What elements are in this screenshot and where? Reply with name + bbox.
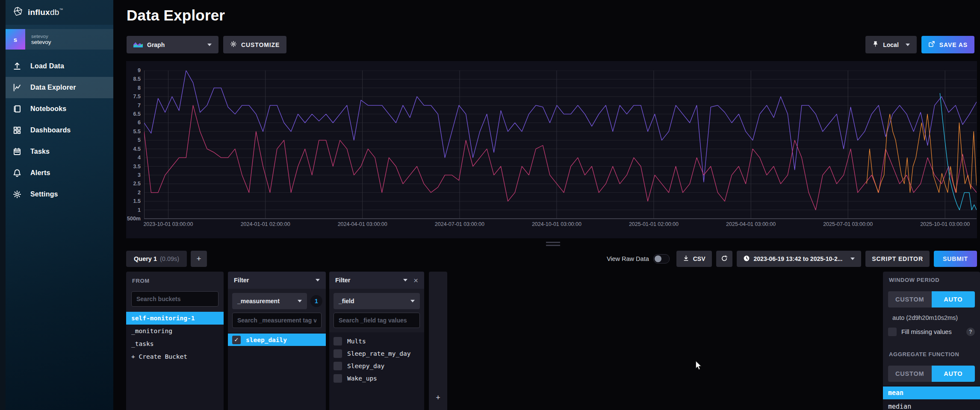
query-duration: (0.09s)	[160, 255, 179, 262]
bucket-list: self-monitoring-1 _monitoring _tasks + C…	[126, 312, 224, 410]
upload-icon	[13, 62, 21, 70]
window-auto-button[interactable]: AUTO	[932, 291, 975, 308]
panel-resize-handle[interactable]	[546, 242, 560, 246]
y-tick-label: 7	[138, 102, 141, 108]
checkbox-icon[interactable]	[334, 362, 342, 370]
help-icon[interactable]: ?	[966, 328, 975, 336]
add-query-button[interactable]: +	[191, 251, 207, 267]
from-panel: FROM self-monitoring-1 _monitoring _task…	[126, 272, 224, 410]
window-custom-button[interactable]: CUSTOM	[888, 291, 932, 308]
sidebar-item-alerts[interactable]: Alerts	[6, 162, 113, 184]
aggregate-function-title: AGGREGATE FUNCTION	[889, 351, 959, 357]
calendar-icon	[13, 147, 21, 156]
plot-area[interactable]	[144, 70, 977, 219]
sidebar-item-settings[interactable]: Settings	[6, 184, 113, 205]
bucket-item[interactable]: _tasks	[126, 337, 224, 350]
chevron-down-icon	[403, 279, 407, 281]
customize-button[interactable]: CUSTOMIZE	[223, 36, 286, 53]
sidebar-item-load-data[interactable]: Load Data	[6, 56, 113, 77]
x-tick-label: 2025-01-01 02:00:00	[629, 221, 679, 227]
measurement-item[interactable]: ✓ sleep_daily	[228, 334, 326, 346]
aggregate-function-item[interactable]: median	[883, 400, 980, 410]
y-tick-label: 6.5	[133, 111, 141, 117]
download-icon	[683, 255, 689, 263]
gear-icon	[230, 41, 237, 49]
view-raw-data-toggle[interactable]	[653, 254, 670, 264]
aggregate-custom-button[interactable]: CUSTOM	[888, 366, 932, 382]
logo[interactable]: influxdb™	[6, 0, 113, 25]
x-tick-label: 2024-10-01 03:00:00	[532, 221, 582, 227]
chevron-down-icon	[410, 300, 415, 302]
x-tick-label: 2025-04-01 03:00:00	[726, 221, 776, 227]
x-tick-label: 2024-04-01 03:00:00	[338, 221, 387, 227]
time-range-dropdown[interactable]: 2023-06-19 13:42 to 2025-10-2...	[737, 251, 862, 267]
field-item[interactable]: Sleep_rate_my_day	[329, 347, 424, 360]
y-tick-label: 2	[138, 190, 141, 196]
checkbox-icon[interactable]	[888, 328, 897, 336]
aggregate-auto-button[interactable]: AUTO	[932, 366, 975, 382]
y-tick-label: 1	[138, 207, 141, 213]
x-tick-label: 2024-01-01 02:00:00	[241, 221, 290, 227]
user-card[interactable]: s setevoy setevoy	[6, 29, 113, 50]
x-tick-label: 2025-10-01 03:00:00	[920, 221, 970, 227]
refresh-button[interactable]	[716, 251, 732, 267]
field-search[interactable]	[334, 313, 420, 328]
create-bucket-button[interactable]: + Create Bucket	[126, 350, 224, 363]
toggle-knob	[655, 255, 661, 262]
save-as-button[interactable]: SAVE AS	[921, 36, 974, 53]
user-name: setevoy	[31, 39, 51, 45]
avatar: s	[6, 29, 25, 50]
checkbox-checked-icon[interactable]: ✓	[232, 336, 241, 344]
sidebar-item-dashboards[interactable]: Dashboards	[6, 120, 113, 141]
tag-key-dropdown[interactable]: _field	[334, 293, 420, 309]
sidebar: influxdb™ s setevoy setevoy Load Data Da…	[0, 0, 113, 410]
graph-type-icon	[133, 41, 143, 49]
bucket-item[interactable]: _monitoring	[126, 325, 224, 337]
local-dropdown[interactable]: Local	[865, 36, 917, 53]
field-search-input[interactable]	[334, 317, 419, 324]
view-type-dropdown[interactable]: Graph	[127, 36, 218, 53]
checkbox-icon[interactable]	[334, 337, 342, 346]
window-period-value: auto (2d9h20m10s2ms)	[892, 314, 958, 321]
chevron-down-icon	[906, 44, 910, 46]
submit-button[interactable]: SUBMIT	[934, 251, 977, 267]
field-item[interactable]: Mults	[329, 335, 424, 347]
query-tab[interactable]: Query 1 (0.09s)	[126, 251, 187, 267]
chevron-down-icon	[316, 279, 320, 281]
x-tick-label: 2025-07-01 03:00:00	[823, 221, 873, 227]
bucket-search-input[interactable]	[132, 296, 218, 302]
add-filter-button[interactable]: +	[429, 393, 447, 402]
field-item[interactable]: Sleepy_day	[329, 360, 424, 372]
bucket-search[interactable]	[131, 291, 218, 307]
y-tick-label: 8	[138, 85, 141, 91]
sidebar-item-data-explorer[interactable]: Data Explorer	[6, 77, 113, 98]
measurement-search[interactable]	[232, 313, 322, 328]
export-icon	[928, 41, 935, 49]
measurement-search-input[interactable]	[233, 317, 321, 324]
sidebar-item-tasks[interactable]: Tasks	[6, 141, 113, 162]
filter-type-dropdown[interactable]: Filter ×	[329, 272, 424, 289]
mouse-cursor	[695, 361, 703, 373]
filter-type-dropdown[interactable]: Filter	[228, 272, 326, 289]
time-series-chart	[144, 70, 977, 220]
bucket-item[interactable]: self-monitoring-1	[126, 312, 224, 325]
checkbox-icon[interactable]	[334, 374, 342, 383]
y-tick-label: 6	[138, 120, 141, 126]
tag-key-dropdown[interactable]: _measurement	[232, 293, 307, 309]
field-item[interactable]: Wake_ups	[329, 372, 424, 384]
measurement-list: ✓ sleep_daily	[228, 332, 326, 410]
script-editor-button[interactable]: SCRIPT EDITOR	[865, 251, 930, 267]
sidebar-item-notebooks[interactable]: Notebooks	[6, 98, 113, 120]
chevron-down-icon	[298, 300, 302, 302]
y-tick-label: 8.5	[133, 76, 141, 82]
csv-button[interactable]: CSV	[676, 251, 712, 267]
aggregate-function-item[interactable]: mean	[883, 387, 980, 399]
y-tick-label: 3	[138, 172, 141, 178]
close-icon[interactable]: ×	[413, 276, 418, 284]
dashboard-grid-icon	[13, 126, 21, 135]
window-period-mode: CUSTOM AUTO	[888, 291, 975, 308]
checkbox-icon[interactable]	[334, 349, 342, 358]
x-axis: 2023-10-01 03:00:002024-01-01 02:00:0020…	[144, 221, 977, 230]
sidebar-edge-strip	[0, 0, 6, 410]
y-tick-label: 3.5	[133, 164, 141, 170]
